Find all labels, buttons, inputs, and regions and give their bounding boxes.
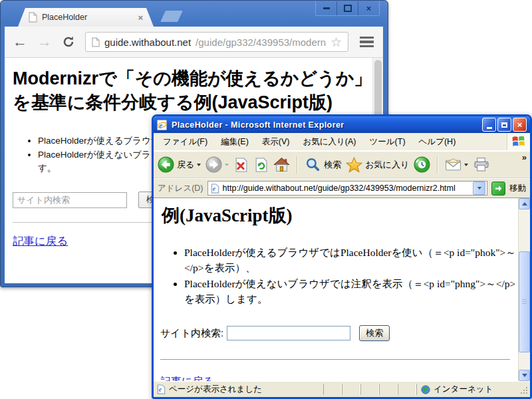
scroll-up-icon [522, 202, 527, 205]
back-icon[interactable]: ← [13, 35, 27, 49]
address-dropdown-button[interactable] [473, 182, 485, 195]
window-title: PlaceHolder - Microsoft Internet Explore… [172, 120, 479, 130]
dropdown-arrow-icon[interactable] [464, 164, 468, 166]
chrome-menu-button[interactable] [358, 34, 375, 51]
scroll-down-button[interactable] [519, 370, 530, 381]
ie-page-icon: e [157, 384, 166, 394]
site-search-label: サイト内検索: [160, 327, 223, 340]
site-search-form: サイト内検索: 検索 [160, 325, 511, 341]
minimize-button[interactable] [482, 118, 496, 132]
scrollbar-thumb[interactable] [519, 251, 530, 352]
menu-tools[interactable]: ツール(T) [363, 134, 412, 150]
minimize-button[interactable] [316, 1, 336, 15]
forward-icon[interactable]: → [37, 35, 52, 49]
bookmark-star-icon[interactable]: ☆ [331, 35, 342, 50]
search-button[interactable]: 検索 [359, 325, 390, 341]
tab-title: PlaceHolder [42, 13, 133, 22]
dropdown-arrow-icon[interactable] [197, 164, 201, 166]
print-icon [473, 157, 490, 172]
back-to-article-link[interactable]: 記事に戻る [160, 375, 214, 381]
maximize-icon [344, 5, 352, 12]
favorites-button[interactable]: お気に入り [346, 157, 409, 173]
url-path: /guide/gp332/439953/modern [196, 37, 326, 48]
address-combo[interactable]: e http://guide.withabout.net/guide/gp332… [207, 181, 487, 196]
search-icon [305, 157, 321, 173]
site-search-input[interactable] [13, 192, 127, 208]
zone-text: インターネット [434, 384, 493, 395]
close-button[interactable]: × [513, 118, 527, 132]
chrome-tab[interactable]: PlaceHolder × [18, 8, 154, 27]
chrome-window-controls: × [315, 1, 380, 16]
status-pane [360, 384, 379, 395]
maximize-button[interactable] [336, 1, 358, 15]
ie-content-area: 例(JavaScript版) PlaceHolderが使えるブラウザではPlac… [154, 198, 530, 381]
status-zone-pane: インターネット [416, 384, 519, 395]
menu-favorites[interactable]: お気に入り(A) [296, 134, 362, 150]
address-url: http://guide.withabout.net/guide/gp332/4… [223, 184, 469, 193]
url-host: guide.withabout.net [104, 37, 191, 48]
stop-button[interactable] [233, 157, 249, 173]
new-tab-button[interactable] [160, 11, 183, 22]
refresh-icon [253, 157, 269, 173]
globe-icon [421, 385, 430, 394]
list-item: PlaceHolderが使えないブラウザでは注釈を表示（＝<p id="phng… [184, 276, 518, 307]
maximize-button[interactable] [497, 118, 511, 132]
vertical-scrollbar[interactable] [518, 198, 530, 381]
thumb-grip [522, 299, 527, 305]
mail-button[interactable] [445, 158, 468, 172]
refresh-button[interactable] [253, 157, 269, 173]
desktop: PlaceHolder × × ← → guide.withabout.net/… [0, 0, 532, 399]
ie-logo-icon: e [157, 120, 168, 130]
resize-grip[interactable] [519, 384, 529, 395]
resize-grip-icon [519, 384, 529, 395]
scroll-down-icon [522, 374, 527, 377]
back-label: 戻る [177, 159, 194, 171]
ie-menubar: ファイル(F) 編集(E) 表示(V) お気に入り(A) ツール(T) ヘルプ(… [154, 133, 530, 151]
mail-icon [445, 158, 462, 172]
toolbar-overflow-chevron[interactable]: » [522, 152, 527, 162]
page-icon [92, 37, 100, 47]
menu-file[interactable]: ファイル(F) [156, 134, 214, 150]
print-button[interactable] [473, 157, 490, 172]
menu-view[interactable]: 表示(V) [255, 134, 297, 150]
history-icon [414, 156, 430, 173]
search-button[interactable]: 検索 [305, 157, 341, 173]
ie-statusbar: e ページが表示されました インターネット [154, 381, 530, 397]
search-label: 検索 [324, 159, 341, 171]
ie-page-icon: e [211, 184, 219, 194]
favorites-label: お気に入り [365, 159, 409, 171]
back-icon [158, 156, 174, 173]
history-button[interactable] [414, 156, 430, 173]
back-button[interactable]: 戻る [158, 156, 201, 173]
minimize-icon [323, 7, 330, 9]
home-button[interactable] [273, 157, 290, 172]
menu-help[interactable]: ヘルプ(H) [412, 134, 463, 150]
windows-logo-icon [512, 136, 525, 148]
tab-close-icon[interactable]: × [138, 13, 143, 23]
ie-addressbar: アドレス(D) e http://guide.withabout.net/gui… [154, 178, 530, 198]
svg-text:e: e [159, 386, 162, 393]
go-button[interactable] [491, 182, 505, 196]
site-search-input[interactable] [227, 326, 350, 340]
scroll-up-button[interactable] [519, 198, 530, 209]
svg-text:e: e [159, 120, 163, 130]
menu-edit[interactable]: 編集(E) [214, 134, 255, 150]
forward-button[interactable] [205, 156, 229, 173]
toolbar-separator [437, 156, 438, 174]
status-pane [323, 384, 342, 395]
bullet-list: PlaceHolderが使えるブラウザではPlaceHolderを使い（＝<p … [160, 245, 518, 307]
page-title: 例(JavaScript版) [162, 203, 511, 227]
chrome-titlebar[interactable]: PlaceHolder × × [1, 1, 388, 27]
ie-titlebar[interactable]: e PlaceHolder - Microsoft Internet Explo… [154, 116, 530, 133]
status-left-pane: e ページが表示されました [155, 384, 323, 395]
maximize-icon [501, 122, 507, 128]
address-bar[interactable]: guide.withabout.net/guide/gp332/439953/m… [85, 32, 348, 52]
close-button[interactable]: × [358, 1, 379, 15]
reload-icon[interactable] [62, 35, 75, 49]
dropdown-arrow-icon [477, 187, 481, 190]
dropdown-arrow-icon[interactable] [225, 164, 229, 166]
stop-icon [233, 157, 249, 173]
back-to-article-link[interactable]: 記事に戻る [13, 234, 68, 249]
status-pane [379, 384, 398, 395]
go-label: 移動 [509, 183, 526, 194]
